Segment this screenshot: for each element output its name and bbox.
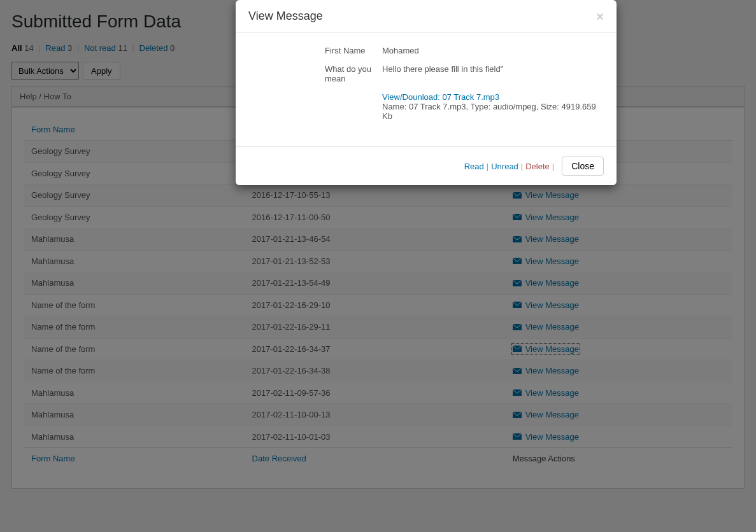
field-label-whatdoyoumean: What do you mean <box>248 64 382 83</box>
field-value-whatdoyoumean: Hello there please fill in this field" <box>382 64 604 83</box>
field-label-first-name: First Name <box>248 46 382 55</box>
view-message-modal: View Message × First Name Mohamed What d… <box>236 0 617 185</box>
attachment-download-link[interactable]: View/Dounload: 07 Track 7.mp3 <box>382 92 499 102</box>
action-unread[interactable]: Unread <box>491 162 518 171</box>
attachment-meta: Name: 07 Track 7.mp3, Type: audio/mpeg, … <box>382 102 596 121</box>
close-icon[interactable]: × <box>596 10 604 23</box>
field-value-first-name: Mohamed <box>382 46 604 55</box>
close-button[interactable]: Close <box>562 157 604 176</box>
action-read[interactable]: Read <box>464 162 484 171</box>
modal-title: View Message <box>248 10 323 23</box>
action-delete[interactable]: Delete <box>525 162 550 171</box>
